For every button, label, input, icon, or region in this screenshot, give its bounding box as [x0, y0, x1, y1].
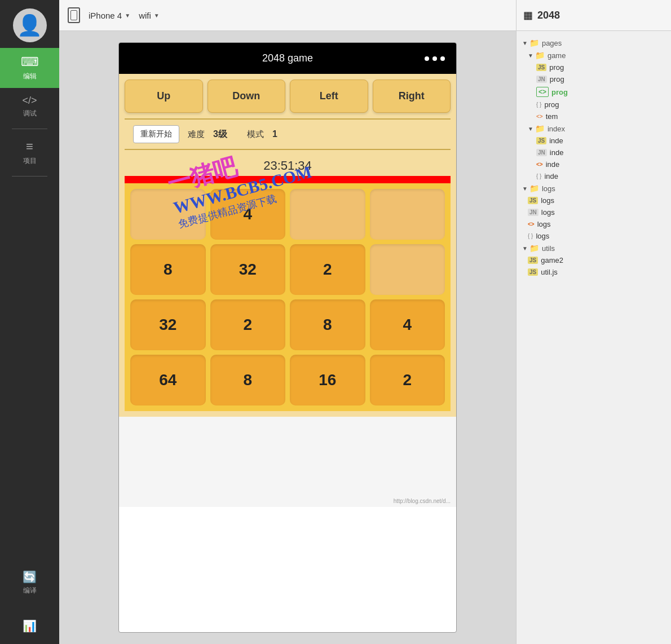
logs-js-label: logs [541, 196, 554, 205]
phone-footer: http://blog.csdn.net/d... [119, 417, 456, 507]
game-arrow: ▼ [528, 52, 533, 59]
tree-logs-js[interactable]: JS logs [517, 195, 671, 206]
game-folder-icon: 📁 [535, 51, 545, 60]
util-js-label: util.js [541, 268, 558, 276]
index-jn-label: inde [550, 148, 564, 157]
prog-js-label: prog [549, 63, 564, 72]
logs-label: logs [542, 184, 555, 193]
dot3 [440, 56, 445, 61]
logs-html-badge: <> [528, 221, 535, 227]
cell-0-1: 4 [210, 189, 286, 240]
tree-util-js[interactable]: JS util.js [517, 266, 671, 278]
json-badge: { } [536, 102, 541, 108]
index-arrow: ▼ [528, 126, 533, 132]
index-json-label: inde [544, 172, 558, 180]
tree-index-js[interactable]: JS inde [517, 135, 671, 147]
tree-index[interactable]: ▼ 📁 index [517, 122, 671, 135]
cell-2-0: 32 [130, 299, 206, 350]
restart-button[interactable]: 重新开始 [133, 125, 179, 143]
tree-game2-js[interactable]: JS game2 [517, 254, 671, 266]
tree-prog-jn[interactable]: JN prog [517, 73, 671, 85]
cell-1-1: 32 [210, 244, 286, 295]
logs-jn-badge: JN [528, 209, 538, 216]
device-dropdown[interactable]: iPhone 4 ▼ [89, 11, 130, 20]
difficulty-label: 难度 [188, 129, 205, 140]
sidebar-item-project[interactable]: ≡ 项目 [0, 133, 59, 173]
network-dropdown[interactable]: wifi ▼ [139, 11, 160, 20]
tree-logs-html[interactable]: <> logs [517, 218, 671, 230]
cell-0-2 [290, 189, 365, 240]
down-button[interactable]: Down [208, 80, 286, 113]
tree-prog-json[interactable]: { } prog [517, 99, 671, 111]
compile-icon: 🔄 [23, 570, 37, 584]
sidebar-divider2 [12, 176, 47, 177]
topbar: iPhone 4 ▼ wifi ▼ [59, 0, 516, 31]
tree-logs-json[interactable]: { } logs [517, 230, 671, 242]
sidebar-bottom: 🔄 编译 📊 [0, 563, 59, 644]
grid-icon: ▦ [523, 9, 533, 21]
device-dropdown-arrow: ▼ [125, 12, 130, 19]
tree-index-jn[interactable]: JN inde [517, 147, 671, 158]
file-tree: ▼ 📁 pages ▼ 📁 game JS prog JN prog <> pr… [517, 31, 671, 284]
left-button[interactable]: Left [290, 80, 368, 113]
pages-arrow: ▼ [522, 40, 528, 46]
index-html-badge: <> [536, 161, 543, 167]
sidebar-item-stats[interactable]: 📊 [23, 619, 37, 633]
cell-1-0: 8 [130, 244, 206, 295]
logs-js-badge: JS [528, 197, 538, 204]
tree-prog-active[interactable]: <> prog [517, 85, 671, 99]
utils-label: utils [542, 244, 555, 253]
phone-frame: 2048 game Up Down Left Right 重 [118, 42, 457, 633]
index-html-label: inde [546, 160, 560, 169]
sidebar-label-project: 项目 [23, 156, 37, 166]
right-panel: ▦ 2048 ▼ 📁 pages ▼ 📁 game JS prog JN pro… [516, 0, 671, 644]
cell-2-2: 8 [290, 299, 365, 350]
right-panel-header: ▦ 2048 [517, 0, 671, 31]
active-badge: <> [536, 87, 549, 97]
direction-buttons: Up Down Left Right [125, 80, 451, 113]
tree-pages[interactable]: ▼ 📁 pages [517, 37, 671, 49]
logs-json-label: logs [536, 232, 549, 240]
up-button[interactable]: Up [125, 80, 203, 113]
sidebar-label-compile: 编译 [23, 586, 37, 596]
device-frame-icon [68, 7, 80, 23]
tree-logs-jn[interactable]: JN logs [517, 206, 671, 218]
game-area: Up Down Left Right 重新开始 难度 3级 模式 1 23:51… [119, 74, 456, 417]
cell-2-1: 2 [210, 299, 286, 350]
index-jn-badge: JN [536, 149, 547, 156]
tree-index-json[interactable]: { } inde [517, 170, 671, 182]
controls-row: 重新开始 难度 3级 模式 1 [125, 118, 451, 150]
avatar: 👤 [13, 8, 47, 42]
main-content: iPhone 4 ▼ wifi ▼ 2048 game [59, 0, 516, 644]
stats-icon: 📊 [23, 619, 37, 633]
red-bar [125, 176, 451, 182]
cell-2-3: 4 [370, 299, 445, 350]
logs-jn-label: logs [541, 208, 555, 217]
tree-game[interactable]: ▼ 📁 game [517, 49, 671, 61]
logs-arrow: ▼ [522, 186, 528, 192]
game-label: game [548, 51, 566, 60]
tree-prog-js[interactable]: JS prog [517, 61, 671, 73]
tree-index-html[interactable]: <> inde [517, 158, 671, 170]
sidebar-item-compile[interactable]: 🔄 编译 [0, 563, 59, 602]
sidebar: 👤 ⌨ 编辑 </> 调试 ≡ 项目 🔄 编译 📊 [0, 0, 59, 644]
right-button[interactable]: Right [373, 80, 451, 113]
tree-logs[interactable]: ▼ 📁 logs [517, 182, 671, 195]
logs-folder-icon: 📁 [529, 184, 539, 193]
cell-3-1: 8 [210, 355, 286, 405]
tree-tem-wxss[interactable]: <> tem [517, 111, 671, 122]
tree-utils[interactable]: ▼ 📁 utils [517, 242, 671, 254]
sidebar-label-editor: 编辑 [23, 72, 37, 81]
cell-0-3 [370, 189, 445, 240]
game-grid: 4 8 32 2 32 2 8 4 64 8 16 [125, 183, 451, 411]
right-panel-title: 2048 [537, 10, 560, 21]
utils-arrow: ▼ [522, 245, 528, 252]
sidebar-item-editor[interactable]: ⌨ 编辑 [0, 48, 59, 88]
footer-url: http://blog.csdn.net/d... [394, 498, 451, 504]
game2-js-label: game2 [541, 256, 563, 264]
prog-jn-label: prog [550, 75, 564, 83]
mode-label: 模式 [247, 129, 264, 140]
project-icon: ≡ [26, 139, 33, 154]
sidebar-item-debug[interactable]: </> 调试 [0, 88, 59, 125]
mode-value: 1 [272, 129, 277, 139]
